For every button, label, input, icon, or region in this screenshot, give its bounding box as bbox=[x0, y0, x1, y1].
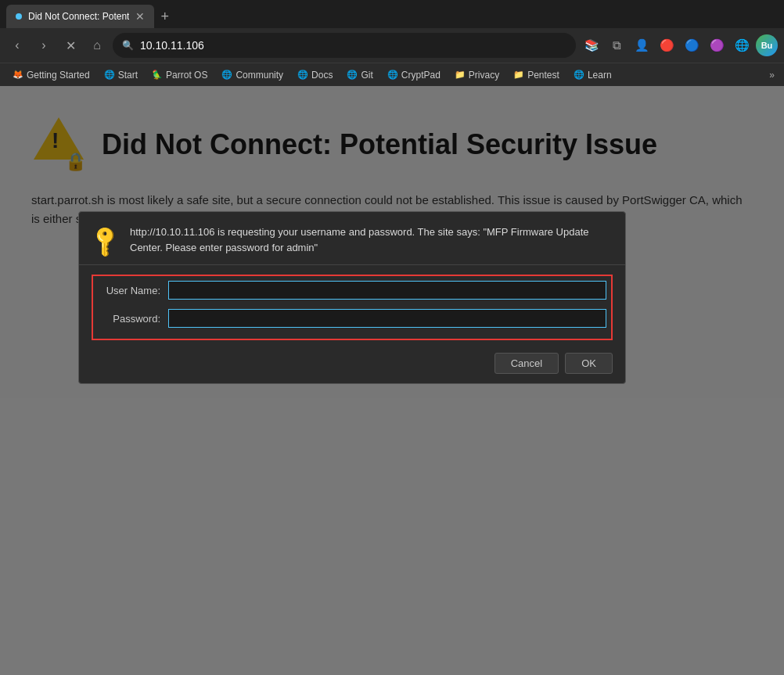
bookmark-cryptpad[interactable]: 🌐 CryptPad bbox=[381, 68, 447, 82]
extension3-button[interactable]: 🟣 bbox=[706, 34, 728, 56]
active-tab[interactable]: Did Not Connect: Potent ✕ bbox=[6, 5, 154, 28]
password-label: Password: bbox=[98, 313, 168, 325]
globe-icon-5: 🌐 bbox=[387, 70, 398, 80]
bookmark-label: Privacy bbox=[469, 70, 499, 81]
auth-dialog-header: 🔑 http://10.10.11.106 is requesting your… bbox=[79, 212, 625, 265]
browser-chrome: Did Not Connect: Potent ✕ + ‹ › ✕ ⌂ 🔍 10… bbox=[0, 0, 784, 86]
globe-icon-3: 🌐 bbox=[297, 70, 308, 80]
auth-fields-container: User Name: Password: bbox=[92, 275, 613, 340]
auth-dialog-overlay: 🔑 http://10.10.11.106 is requesting your… bbox=[0, 86, 784, 675]
bookmark-git[interactable]: 🌐 Git bbox=[340, 68, 379, 82]
auth-message: http://10.10.11.106 is requesting your u… bbox=[130, 224, 613, 255]
tab-bar: Did Not Connect: Potent ✕ + bbox=[0, 0, 784, 28]
globe-icon-2: 🌐 bbox=[221, 70, 232, 80]
nav-icons: 📚 ⧉ 👤 🔴 🔵 🟣 🌐 Bu bbox=[581, 34, 778, 56]
address-text: 10.10.11.106 bbox=[140, 39, 566, 52]
cancel-button[interactable]: Cancel bbox=[494, 353, 559, 374]
address-icon: 🔍 bbox=[122, 40, 134, 51]
folder-icon: 📁 bbox=[455, 70, 466, 80]
account-icon-button[interactable]: 👤 bbox=[631, 34, 653, 56]
tab-close-button[interactable]: ✕ bbox=[135, 10, 145, 23]
auth-dialog-footer: Cancel OK bbox=[79, 346, 625, 383]
bookmark-label: Start bbox=[118, 70, 138, 81]
extension2-button[interactable]: 🔵 bbox=[681, 34, 703, 56]
tab-dot bbox=[16, 13, 22, 20]
auth-dialog-body: User Name: Password: bbox=[79, 265, 625, 346]
bookmark-parrot-os[interactable]: 🦜 Parrot OS bbox=[146, 68, 214, 82]
username-label: User Name: bbox=[98, 285, 168, 296]
bookmark-label: Docs bbox=[311, 70, 333, 81]
key-icon: 🔑 bbox=[86, 221, 124, 259]
nav-bar: ‹ › ✕ ⌂ 🔍 10.10.11.106 📚 ⧉ 👤 🔴 🔵 🟣 🌐 Bu bbox=[0, 28, 784, 63]
page-content: ! 🔒 Did Not Connect: Potential Security … bbox=[0, 86, 784, 675]
bookmark-learn[interactable]: 🌐 Learn bbox=[567, 68, 618, 82]
username-input[interactable] bbox=[168, 281, 606, 300]
username-field-row: User Name: bbox=[96, 279, 608, 301]
forward-button[interactable]: › bbox=[33, 34, 55, 56]
bookmark-label: CryptPad bbox=[401, 70, 441, 81]
bookmark-label: Pentest bbox=[527, 70, 559, 81]
globe-icon: 🌐 bbox=[104, 70, 115, 80]
bookmark-label: Learn bbox=[588, 70, 612, 81]
bookmarks-bar: 🦊 Getting Started 🌐 Start 🦜 Parrot OS 🌐 … bbox=[0, 63, 784, 86]
bookmark-community[interactable]: 🌐 Community bbox=[215, 68, 290, 82]
new-tab-button[interactable]: + bbox=[154, 9, 175, 25]
parrot-icon: 🦜 bbox=[152, 70, 163, 80]
tab-title: Did Not Connect: Potent bbox=[28, 11, 129, 22]
globe-icon-4: 🌐 bbox=[347, 70, 358, 80]
bookmark-start[interactable]: 🌐 Start bbox=[98, 68, 144, 82]
address-bar[interactable]: 🔍 10.10.11.106 bbox=[113, 33, 576, 58]
user-avatar[interactable]: Bu bbox=[756, 34, 778, 56]
firefox-icon: 🦊 bbox=[13, 70, 23, 80]
back-button[interactable]: ‹ bbox=[6, 34, 28, 56]
bookmark-label: Git bbox=[361, 70, 372, 81]
globe-icon-6: 🌐 bbox=[574, 70, 584, 80]
password-input[interactable] bbox=[168, 309, 606, 328]
home-button[interactable]: ⌂ bbox=[86, 34, 108, 56]
bookmark-pentest[interactable]: 📁 Pentest bbox=[507, 68, 566, 82]
password-field-row: Password: bbox=[96, 307, 608, 329]
bookmark-privacy[interactable]: 📁 Privacy bbox=[448, 68, 505, 82]
extension-button[interactable]: 🔴 bbox=[656, 34, 678, 56]
tab-view-button[interactable]: ⧉ bbox=[606, 34, 628, 56]
stop-button[interactable]: ✕ bbox=[59, 34, 81, 56]
ok-button[interactable]: OK bbox=[565, 353, 613, 374]
bookmark-getting-started[interactable]: 🦊 Getting Started bbox=[6, 68, 96, 82]
folder-icon-2: 📁 bbox=[513, 70, 524, 80]
bookmark-label: Getting Started bbox=[27, 70, 90, 81]
bookmark-docs[interactable]: 🌐 Docs bbox=[291, 68, 339, 82]
library-icon-button[interactable]: 📚 bbox=[581, 34, 602, 56]
bookmarks-more-button[interactable]: » bbox=[766, 68, 778, 82]
bookmark-label: Parrot OS bbox=[166, 70, 207, 81]
auth-dialog: 🔑 http://10.10.11.106 is requesting your… bbox=[78, 211, 626, 384]
translate-button[interactable]: 🌐 bbox=[731, 34, 753, 56]
bookmark-label: Community bbox=[236, 70, 283, 81]
